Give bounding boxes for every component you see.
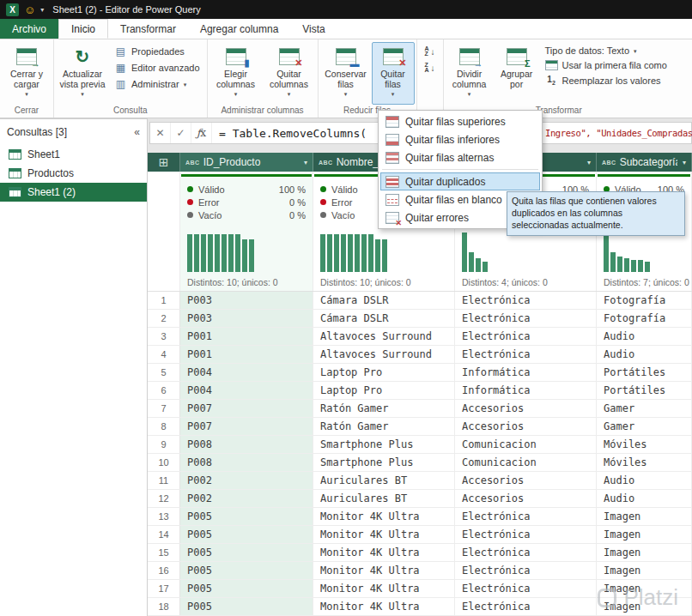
remove-rows-button[interactable]: ✕ Quitar filas ▾ <box>372 42 415 105</box>
table-cell[interactable]: Electrónica <box>455 580 597 597</box>
table-cell[interactable]: P005 <box>180 598 313 615</box>
row-number[interactable]: 14 <box>148 526 180 543</box>
table-cell[interactable]: P005 <box>180 580 313 597</box>
table-cell[interactable]: Gamer <box>597 400 692 417</box>
sidebar-item-sheet1[interactable]: Sheet1 <box>0 145 147 164</box>
table-cell[interactable]: Audio <box>597 346 692 363</box>
table-cell[interactable]: Cámara DSLR <box>313 310 455 327</box>
row-number[interactable]: 10 <box>148 454 180 471</box>
properties-button[interactable]: ▤ Propiedades <box>111 45 203 58</box>
table-cell[interactable]: Cámara DSLR <box>313 292 455 309</box>
table-cell[interactable]: P002 <box>180 490 313 507</box>
row-number[interactable]: 11 <box>148 472 180 489</box>
row-number[interactable]: 3 <box>148 328 180 345</box>
row-number[interactable]: 17 <box>148 580 180 597</box>
row-number[interactable]: 7 <box>148 400 180 417</box>
table-cell[interactable]: P005 <box>180 508 313 525</box>
row-number[interactable]: 6 <box>148 382 180 399</box>
refresh-preview-button[interactable]: ↻ Actualizar vista previa ▾ <box>56 42 109 105</box>
commit-formula-button[interactable]: ✓ <box>171 123 191 143</box>
table-cell[interactable]: Electrónica <box>455 310 597 327</box>
table-cell[interactable]: Portátiles <box>597 364 692 381</box>
table-cell[interactable]: P005 <box>180 562 313 579</box>
row-number[interactable]: 13 <box>148 508 180 525</box>
tab-inicio[interactable]: Inicio <box>58 19 108 39</box>
column-header-id_producto[interactable]: ABCID_Producto▾ <box>180 153 313 172</box>
select-all-table-icon[interactable]: ⊞ <box>148 153 180 172</box>
choose-columns-button[interactable]: ▮ Elegir columnas ▾ <box>209 42 263 105</box>
row-number[interactable]: 12 <box>148 490 180 507</box>
table-cell[interactable]: Monitor 4K Ultra <box>313 526 455 543</box>
table-cell[interactable]: Smartphone Plus <box>313 454 455 471</box>
titlebar-dropdown-caret-icon[interactable]: ▾ <box>40 6 44 14</box>
table-cell[interactable]: Electrónica <box>455 598 597 615</box>
table-cell[interactable]: Móviles <box>597 454 692 471</box>
table-cell[interactable]: P008 <box>180 454 313 471</box>
use-first-row-as-headers-button[interactable]: Usar la primera fila como <box>542 59 671 71</box>
table-cell[interactable]: Comunicacion <box>455 454 597 471</box>
table-cell[interactable]: Altavoces Surround <box>313 346 455 363</box>
table-cell[interactable]: P002 <box>180 472 313 489</box>
row-number[interactable]: 16 <box>148 562 180 579</box>
table-cell[interactable]: Imagen <box>597 508 692 525</box>
sidebar-item-productos[interactable]: Productos <box>0 164 147 183</box>
table-cell[interactable]: Fotografía <box>597 310 692 327</box>
remove-columns-button[interactable]: ✕ Quitar columnas ▾ <box>263 42 316 105</box>
table-cell[interactable]: Móviles <box>597 436 692 453</box>
filter-dropdown-icon[interactable]: ▾ <box>302 159 309 166</box>
table-cell[interactable]: P005 <box>180 544 313 561</box>
table-cell[interactable]: Auriculares BT <box>313 490 455 507</box>
row-number[interactable]: 8 <box>148 418 180 435</box>
table-cell[interactable]: Laptop Pro <box>313 382 455 399</box>
menu-item-quitar-filas-inferiores[interactable]: Quitar filas inferiores <box>380 130 540 148</box>
table-cell[interactable]: P007 <box>180 400 313 417</box>
table-cell[interactable]: Audio <box>597 490 692 507</box>
table-cell[interactable]: Accesorios <box>455 400 597 417</box>
table-cell[interactable]: Electrónica <box>455 562 597 579</box>
table-cell[interactable]: Electrónica <box>455 526 597 543</box>
cancel-formula-button[interactable]: ✕ <box>150 123 171 143</box>
table-cell[interactable]: Monitor 4K Ultra <box>313 562 455 579</box>
table-cell[interactable]: P008 <box>180 436 313 453</box>
table-cell[interactable]: Electrónica <box>455 508 597 525</box>
table-cell[interactable]: P004 <box>180 364 313 381</box>
keep-rows-button[interactable]: ▬ Conservar filas ▾ <box>320 42 372 105</box>
table-cell[interactable]: Electrónica <box>455 292 597 309</box>
table-cell[interactable]: P003 <box>180 292 313 309</box>
filter-dropdown-icon[interactable]: ▾ <box>681 159 688 166</box>
row-number[interactable]: 18 <box>148 598 180 615</box>
collapse-sidebar-icon[interactable]: « <box>134 126 140 138</box>
table-cell[interactable]: P005 <box>180 526 313 543</box>
row-number[interactable]: 4 <box>148 346 180 363</box>
table-cell[interactable]: Imagen <box>597 562 692 579</box>
tab-agregar-columna[interactable]: Agregar columna <box>188 19 290 39</box>
feedback-smiley-icon[interactable]: ☺ <box>24 4 35 15</box>
row-number[interactable]: 15 <box>148 544 180 561</box>
table-cell[interactable]: Monitor 4K Ultra <box>313 580 455 597</box>
table-cell[interactable]: Portátiles <box>597 382 692 399</box>
table-cell[interactable]: P004 <box>180 382 313 399</box>
table-cell[interactable]: P001 <box>180 346 313 363</box>
tab-archivo[interactable]: Archivo <box>0 19 58 39</box>
table-cell[interactable]: Altavoces Surround <box>313 328 455 345</box>
table-cell[interactable]: Gamer <box>597 418 692 435</box>
filter-dropdown-icon[interactable]: ▾ <box>586 159 592 166</box>
table-cell[interactable]: Ratón Gamer <box>313 400 455 417</box>
table-cell[interactable]: Laptop Pro <box>313 364 455 381</box>
table-cell[interactable]: Electrónica <box>455 346 597 363</box>
table-cell[interactable]: Accesorios <box>455 418 597 435</box>
menu-item-quitar-duplicados[interactable]: Quitar duplicados <box>380 172 540 190</box>
table-cell[interactable]: Ratón Gamer <box>313 418 455 435</box>
table-cell[interactable]: Audio <box>597 472 692 489</box>
table-cell[interactable]: P003 <box>180 310 313 327</box>
manage-button[interactable]: ▥ Administrar ▾ <box>111 77 203 91</box>
table-cell[interactable]: Monitor 4K Ultra <box>313 598 455 615</box>
row-number[interactable]: 2 <box>148 310 180 327</box>
row-number[interactable]: 5 <box>148 364 180 381</box>
table-cell[interactable]: P007 <box>180 418 313 435</box>
table-cell[interactable]: Smartphone Plus <box>313 436 455 453</box>
sort-descending-button[interactable]: ZA ↓ <box>421 61 440 75</box>
row-number[interactable]: 1 <box>148 292 180 309</box>
table-cell[interactable]: Auriculares BT <box>313 472 455 489</box>
table-cell[interactable]: Accesorios <box>455 472 597 489</box>
